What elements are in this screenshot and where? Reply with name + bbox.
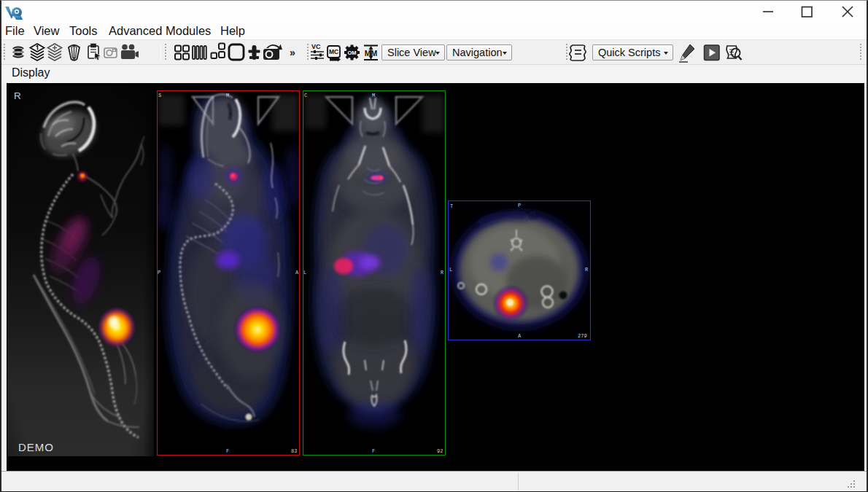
svg-text:L: L <box>303 270 306 276</box>
svg-text:OM: OM <box>347 50 356 56</box>
svg-text:M: M <box>226 93 229 98</box>
svg-text:P: P <box>518 203 521 208</box>
svg-text:DEMO: DEMO <box>18 441 54 453</box>
svg-text:F: F <box>226 448 229 454</box>
svg-text:M: M <box>372 93 375 98</box>
svg-text:92: 92 <box>437 448 443 454</box>
svg-text:L: L <box>449 267 452 273</box>
svg-text:T: T <box>450 203 453 209</box>
svg-text:»: » <box>290 47 295 58</box>
svg-text:S: S <box>158 93 161 98</box>
svg-text:P: P <box>158 270 160 276</box>
svg-text:VC: VC <box>311 43 321 50</box>
svg-text:83: 83 <box>291 448 297 454</box>
svg-text:279: 279 <box>578 333 587 339</box>
svg-text:R: R <box>14 90 21 101</box>
svg-text:C: C <box>304 93 307 98</box>
svg-text:F: F <box>372 448 375 454</box>
svg-text:MC: MC <box>329 48 338 55</box>
